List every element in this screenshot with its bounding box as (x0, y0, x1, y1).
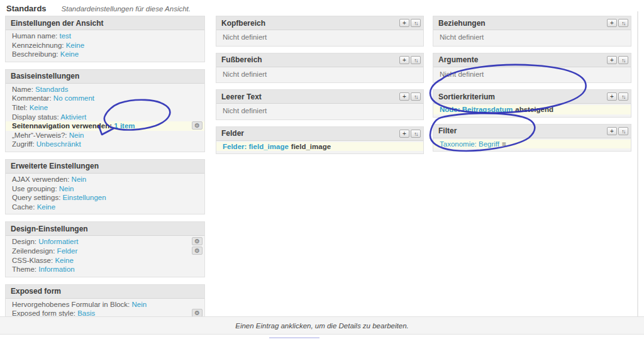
panel-body: Nicht definiert (216, 67, 423, 83)
panel-body: Node: Beitragsdatumabsteigend (433, 104, 631, 117)
page-edge-divider (637, 11, 638, 333)
add-button[interactable]: + (399, 130, 409, 138)
up-down-arrows-icon: ↑↓ (414, 131, 418, 138)
setting-value-link[interactable]: Aktiviert (60, 113, 86, 121)
add-button[interactable]: + (607, 127, 617, 135)
panel-title: Erweiterte Einstellungen (11, 162, 99, 170)
setting-row: „Mehr“-Verweis?: Nein (6, 131, 204, 140)
panel-kopfbereich: Kopfbereich+↑↓Nicht definiert (216, 16, 424, 47)
setting-value-link[interactable]: Taxonomie: Begriff (440, 140, 499, 148)
panel-sortierkriterium: Sortierkriterium+↑↓Node: Beitragsdatumab… (433, 89, 631, 118)
gear-button[interactable]: ⚙ (192, 237, 203, 245)
setting-value-link[interactable]: Nein (69, 131, 84, 139)
setting-row: Cache: Keine (6, 203, 204, 212)
setting-row: Kennzeichnung: Keine (6, 41, 204, 50)
setting-row: Beschreibung: Keine (6, 50, 204, 59)
rearrange-button[interactable]: ↑↓ (411, 56, 421, 64)
page-title: Standards (6, 4, 47, 13)
setting-row: Zeilendesign: Felder⚙ (6, 247, 204, 256)
add-button[interactable]: + (399, 56, 409, 64)
panel-argumente: Argumente+↑↓Nicht definiert (433, 53, 631, 84)
setting-value-link[interactable]: Felder: field_image (223, 143, 289, 150)
gear-button[interactable]: ⚙ (192, 247, 203, 255)
rearrange-button[interactable]: ↑↓ (618, 19, 628, 27)
setting-row: Titel: Keine (6, 103, 204, 113)
add-button[interactable]: + (399, 19, 409, 27)
setting-value-link[interactable]: Keine (37, 203, 55, 211)
panel-title: Argumente (438, 55, 478, 64)
empty-row: Nicht definiert (216, 31, 423, 43)
setting-value-link[interactable]: 1 item (114, 122, 135, 130)
setting-value-link[interactable]: Nein (59, 185, 74, 192)
add-button[interactable]: + (607, 56, 617, 64)
panel-filter: Filter+↑↓Taxonomie: Begriff= (433, 124, 631, 152)
setting-value-link[interactable]: Einstellungen (63, 194, 106, 201)
setting-value-link[interactable]: Keine (55, 257, 73, 264)
setting-row: Taxonomie: Begriff= (433, 140, 631, 149)
setting-extra-value: = (502, 140, 506, 148)
setting-label: AJAX verwenden: (12, 175, 72, 183)
setting-value-link[interactable]: Standards (35, 86, 68, 93)
header-controls: +↑↓ (607, 127, 628, 135)
setting-label: „Mehr“-Verweis?: (12, 131, 69, 139)
rearrange-button[interactable]: ↑↓ (618, 56, 628, 64)
panel-basiseinstellungen: BasiseinstellungenName: StandardsKomment… (5, 69, 205, 152)
panel-header: Erweiterte Einstellungen (6, 160, 204, 174)
setting-label: Seitennavigation verwenden: (12, 122, 114, 130)
panel-design-einstellungen: Design-EinstellungenDesign: Unformatiert… (5, 221, 205, 277)
panel-body: Taxonomie: Begriff= (433, 138, 631, 152)
rearrange-button[interactable]: ↑↓ (618, 127, 628, 135)
up-down-arrows-icon: ↑↓ (621, 128, 625, 135)
setting-value-link[interactable]: Nein (131, 301, 147, 308)
rearrange-button[interactable]: ↑↓ (411, 19, 421, 27)
rearrange-button[interactable]: ↑↓ (618, 92, 628, 101)
setting-value-link[interactable]: Keine (30, 104, 48, 111)
panel-title: Sortierkriterium (438, 92, 495, 101)
page-header: StandardsStandardeinstellungen für diese… (6, 3, 191, 14)
setting-extra-value: absteigend (515, 106, 553, 113)
header-controls: +↑↓ (607, 56, 628, 64)
panel-header: Einstellungen der Ansicht (6, 16, 204, 30)
setting-label: Query settings: (12, 194, 63, 201)
setting-value-link[interactable]: Unformatiert (38, 238, 78, 245)
setting-value-link[interactable]: Keine (60, 50, 79, 58)
setting-label: Zugriff: (12, 140, 36, 148)
plus-icon: + (610, 128, 614, 135)
setting-row: Zugriff: Unbeschränkt (6, 140, 204, 149)
setting-value-link[interactable]: test (59, 32, 71, 40)
setting-label: Kennzeichnung: (12, 42, 66, 49)
setting-value-link[interactable]: Felder (57, 247, 78, 255)
rearrange-button[interactable]: ↑↓ (411, 130, 421, 138)
gear-button[interactable]: ⚙ (192, 121, 203, 130)
panel-body: Name: StandardsKommentar: No commentTite… (6, 84, 204, 152)
setting-label: Human name: (12, 32, 59, 40)
plus-icon: + (402, 130, 406, 137)
setting-value-link[interactable]: Nein (72, 175, 87, 183)
add-button[interactable]: + (607, 19, 617, 27)
header-controls: +↑↓ (399, 130, 421, 138)
add-button[interactable]: + (399, 92, 409, 101)
header-controls: +↑↓ (607, 19, 628, 27)
setting-row: Hervorgehobenes Formular in Block: Nein (6, 300, 204, 309)
setting-value-link[interactable]: Information (38, 265, 75, 273)
panel-title: Beziehungen (438, 19, 486, 28)
setting-row: Seitennavigation verwenden: 1 item⚙ (6, 121, 204, 131)
plus-icon: + (610, 19, 614, 26)
panel-title: Einstellungen der Ansicht (11, 19, 104, 28)
panel-header: Design-Einstellungen (6, 222, 204, 236)
rearrange-button[interactable]: ↑↓ (411, 92, 421, 101)
setting-value-link[interactable]: Node: Beitragsdatum (440, 106, 513, 113)
setting-value-link[interactable]: Unbeschränkt (36, 140, 81, 148)
panel-body: Nicht definiert (433, 67, 631, 83)
setting-row: AJAX verwenden: Nein (6, 175, 204, 184)
add-button[interactable]: + (607, 92, 617, 101)
setting-value-link[interactable]: No comment (53, 94, 94, 102)
setting-label: Beschreibung: (12, 50, 60, 58)
gear-icon: ⚙ (194, 238, 200, 245)
panel-erweiterte-einstellungen: Erweiterte EinstellungenAJAX verwenden: … (5, 159, 205, 214)
setting-label: Titel: (12, 104, 30, 111)
page-subtitle: Standardeinstellungen für diese Ansicht. (62, 5, 191, 13)
setting-value-link[interactable]: Keine (66, 42, 84, 49)
panel-header: Argumente+↑↓ (433, 53, 631, 67)
plus-icon: + (402, 19, 406, 26)
